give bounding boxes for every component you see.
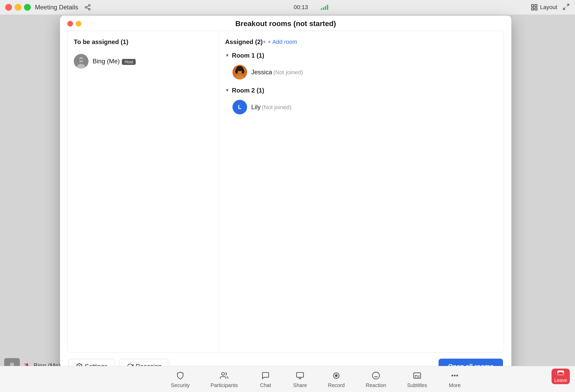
jessica-status: (Not joined): [273, 69, 303, 76]
main-area: Breakout rooms (not started) To be assig…: [0, 15, 575, 392]
participant-jessica: Jessica (Not joined): [232, 63, 498, 82]
modal-title: Breakout rooms (not started): [235, 20, 336, 28]
participants-icon: [217, 370, 231, 381]
leave-button[interactable]: Leave: [552, 369, 570, 384]
record-label: Record: [328, 382, 345, 388]
chat-icon: [259, 370, 272, 381]
leave-label: Leave: [554, 378, 567, 383]
svg-line-4: [87, 6, 89, 7]
jessica-info: Jessica (Not joined): [251, 69, 303, 76]
participant-bing: Bing (Me) Host: [74, 52, 212, 71]
security-icon: [173, 370, 187, 381]
svg-point-39: [222, 372, 225, 375]
avatar-jessica: [232, 65, 247, 79]
svg-point-21: [235, 69, 238, 74]
signal-strength: [321, 5, 328, 10]
record-icon: [330, 370, 343, 381]
bottom-toolbar: Security Participants Chat Share Record: [0, 366, 575, 392]
room-2-header[interactable]: ▼ Room 2 (1): [225, 87, 498, 94]
layout-button[interactable]: Layout: [531, 4, 557, 11]
participants-label: Participants: [211, 382, 238, 388]
svg-point-45: [373, 372, 380, 379]
modal-traffic-lights: [67, 21, 81, 27]
room-1-section: ▼ Room 1 (1): [225, 52, 498, 82]
room-1-chevron: ▼: [225, 53, 229, 58]
share-toolbar-item[interactable]: Share: [283, 370, 318, 388]
svg-point-2: [89, 8, 91, 10]
more-icon: [448, 370, 462, 381]
breakout-rooms-modal: Breakout rooms (not started) To be assig…: [60, 16, 511, 381]
svg-point-1: [85, 7, 87, 8]
left-panel-header: To be assigned (1): [74, 38, 212, 46]
svg-point-22: [242, 69, 244, 74]
svg-point-0: [89, 4, 91, 6]
lily-info: Lily (Not joined): [251, 103, 291, 111]
close-button[interactable]: [5, 4, 12, 11]
svg-rect-5: [531, 5, 534, 7]
leave-icon: [557, 370, 565, 377]
meeting-time: 00:13: [294, 4, 308, 11]
maximize-button[interactable]: [24, 4, 31, 11]
svg-point-55: [457, 375, 458, 376]
share-toolbar-icon: [293, 370, 307, 381]
right-panel: Assigned (2) + + Add room ▼ Room 1 (1): [219, 31, 504, 352]
chat-toolbar-item[interactable]: Chat: [248, 370, 283, 388]
split-panel: To be assigned (1): [67, 31, 504, 352]
modal-titlebar: Breakout rooms (not started): [60, 16, 511, 31]
room-1-name: Room 1 (1): [232, 52, 264, 59]
modal-body: To be assigned (1): [60, 31, 511, 381]
svg-line-9: [567, 4, 569, 6]
lily-status: (Not joined): [262, 104, 291, 111]
room-1-header[interactable]: ▼ Room 1 (1): [225, 52, 498, 59]
room-2-name: Room 2 (1): [232, 87, 264, 94]
subtitles-label: Subtitles: [407, 382, 427, 388]
minimize-button[interactable]: [15, 4, 21, 11]
security-toolbar-item[interactable]: Security: [160, 370, 200, 388]
app-title: Meeting Details: [35, 4, 78, 11]
svg-point-44: [335, 375, 337, 377]
subtitles-toolbar-item[interactable]: Subtitles: [397, 370, 438, 388]
svg-rect-40: [297, 372, 304, 377]
layout-label: Layout: [540, 4, 557, 11]
expand-button[interactable]: [562, 3, 570, 11]
svg-line-3: [87, 8, 89, 9]
security-label: Security: [171, 382, 190, 388]
participant-lily: L Lily (Not joined): [232, 98, 498, 117]
right-panel-header: Assigned (2): [225, 38, 263, 46]
subtitles-icon: [410, 370, 424, 381]
more-toolbar-item[interactable]: More: [438, 370, 472, 388]
svg-rect-23: [236, 76, 243, 79]
avatar-lily: L: [232, 100, 247, 114]
traffic-lights: [5, 4, 31, 11]
svg-rect-6: [535, 5, 537, 7]
participants-toolbar-item[interactable]: Participants: [200, 370, 248, 388]
svg-point-54: [454, 375, 455, 376]
reaction-icon: [369, 370, 383, 381]
share-icon: [84, 4, 91, 11]
more-label: More: [449, 382, 461, 388]
avatar-bing: [74, 54, 88, 69]
svg-rect-8: [535, 8, 537, 10]
share-label: Share: [293, 382, 307, 388]
lily-avatar-letter: L: [238, 104, 241, 111]
room-2-section: ▼ Room 2 (1) L Lily (Not joined): [225, 87, 498, 117]
svg-point-53: [452, 375, 453, 376]
bing-info: Bing (Me) Host: [93, 58, 136, 65]
chat-label: Chat: [260, 382, 271, 388]
left-panel: To be assigned (1): [68, 31, 219, 352]
bing-name: Bing (Me): [93, 58, 120, 65]
room-2-chevron: ▼: [225, 88, 229, 93]
add-room-label: + Add room: [268, 39, 297, 45]
title-bar: Meeting Details 00:13 Layout: [0, 0, 575, 15]
record-toolbar-item[interactable]: Record: [318, 370, 355, 388]
jessica-name: Jessica: [251, 69, 272, 76]
svg-rect-7: [531, 8, 534, 10]
reaction-toolbar-item[interactable]: Reaction: [355, 370, 397, 388]
lily-name: Lily: [251, 103, 261, 111]
add-room-button[interactable]: + + Add room: [263, 39, 297, 45]
modal-minimize-button[interactable]: [76, 21, 81, 27]
modal-close-button[interactable]: [67, 21, 73, 27]
add-room-icon: +: [263, 39, 266, 45]
host-badge: Host: [122, 59, 136, 65]
svg-line-10: [563, 7, 565, 9]
